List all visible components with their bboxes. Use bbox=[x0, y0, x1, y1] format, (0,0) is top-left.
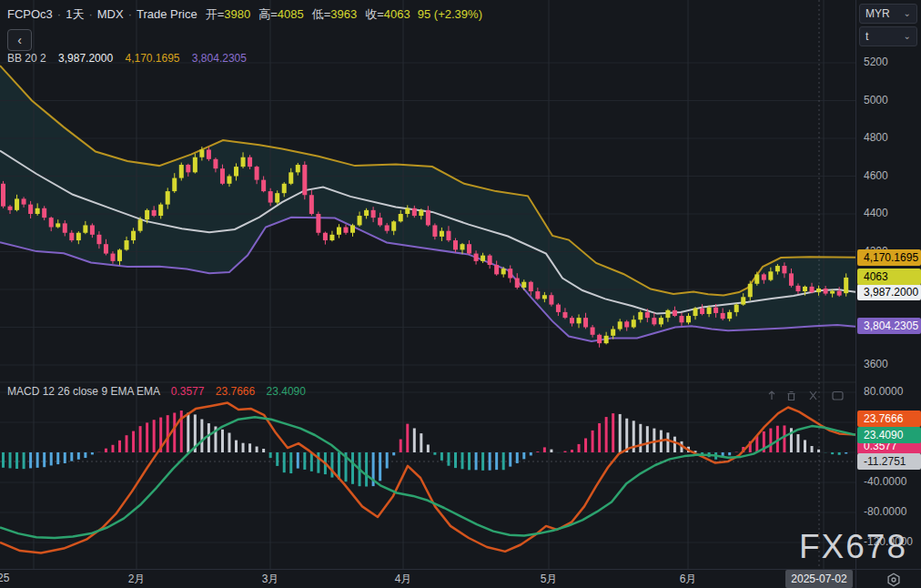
axis-settings-corner[interactable] bbox=[855, 570, 921, 588]
candle-body bbox=[665, 310, 670, 318]
candle-body bbox=[754, 274, 759, 283]
candle-body bbox=[350, 225, 355, 232]
candle-body bbox=[824, 289, 828, 294]
candle-body bbox=[714, 308, 718, 313]
high-value: 4085 bbox=[278, 7, 304, 21]
candle-body bbox=[467, 244, 471, 253]
candle-body bbox=[391, 221, 396, 230]
candle-body bbox=[570, 318, 574, 323]
candle-body bbox=[632, 319, 636, 327]
time-axis[interactable]: 252月3月4月5月6月 2025-07-02 bbox=[0, 569, 921, 588]
price-axis-label: 4,170.1695 bbox=[857, 249, 921, 266]
change-value: 95 (+2.39%) bbox=[418, 7, 482, 21]
back-button[interactable]: ‹ bbox=[7, 29, 32, 51]
delete-pane-icon[interactable] bbox=[788, 392, 795, 400]
candle-body bbox=[700, 309, 704, 314]
currency-dropdown[interactable]: MYR ⌄ bbox=[859, 4, 917, 24]
candle-body bbox=[837, 291, 842, 296]
macd-tick: -80.0000 bbox=[864, 505, 906, 518]
candle-body bbox=[337, 228, 341, 235]
candle-body bbox=[741, 297, 745, 304]
candle-body bbox=[241, 157, 246, 167]
candle-body bbox=[166, 191, 170, 205]
candle-body bbox=[309, 195, 314, 214]
candle-body bbox=[131, 231, 136, 240]
candle-body bbox=[22, 198, 26, 204]
candle-body bbox=[227, 177, 231, 184]
candle-body bbox=[508, 269, 512, 278]
macd-signal-value: 23.4090 bbox=[267, 385, 306, 398]
price-tick: 5000 bbox=[864, 94, 888, 106]
candle-body bbox=[199, 149, 204, 157]
candle-body bbox=[727, 312, 732, 319]
candle-body bbox=[673, 310, 677, 316]
candle-body bbox=[288, 172, 293, 183]
candle-body bbox=[371, 210, 376, 218]
macd-line-value: 23.7666 bbox=[216, 385, 255, 398]
candle-body bbox=[213, 159, 218, 168]
candle-body bbox=[542, 295, 547, 299]
candle-body bbox=[611, 329, 615, 336]
chart-window: FCPOc3·1天·MDX·Trade Price开=3980高=4085低=3… bbox=[0, 0, 921, 588]
interval[interactable]: 1天 bbox=[66, 7, 84, 21]
unit-value: t bbox=[865, 30, 868, 43]
candle-body bbox=[302, 165, 307, 195]
candle-body bbox=[556, 305, 561, 312]
candle-body bbox=[220, 168, 225, 184]
settings-hexagon-icon[interactable] bbox=[886, 572, 902, 588]
price-axis-label: 3,987.2000 bbox=[857, 284, 921, 300]
candle-body bbox=[15, 198, 19, 209]
candle-body bbox=[591, 328, 595, 335]
candle-body bbox=[125, 240, 129, 249]
candle-body bbox=[803, 287, 807, 291]
candle-body bbox=[145, 210, 149, 219]
low-value: 3963 bbox=[330, 7, 357, 21]
chevron-down-icon: ⌄ bbox=[904, 27, 911, 46]
close-value: 4063 bbox=[384, 7, 410, 21]
candle-body bbox=[90, 225, 95, 234]
macd-line[interactable] bbox=[0, 403, 855, 553]
candle-body bbox=[453, 240, 458, 249]
candle-body bbox=[481, 256, 485, 261]
macd-tick: -40.0000 bbox=[864, 475, 906, 488]
candle-body bbox=[501, 269, 506, 274]
candle-body bbox=[549, 295, 553, 304]
candle-body bbox=[810, 287, 815, 292]
bb-upper-value: 4,170.1695 bbox=[125, 52, 179, 65]
candle-body bbox=[515, 279, 520, 288]
candle-body bbox=[618, 321, 622, 329]
macd-status-row[interactable]: MACD 12 26 close 9 EMA EMA 0.3577 23.766… bbox=[7, 385, 306, 398]
maximize-pane-icon[interactable] bbox=[833, 392, 843, 400]
move-pane-up-icon[interactable] bbox=[769, 391, 774, 400]
candle-body bbox=[707, 308, 712, 314]
candle-body bbox=[358, 216, 362, 225]
chart-canvas[interactable] bbox=[0, 0, 855, 569]
price-axis-label: 4063 bbox=[857, 269, 921, 285]
bb-status-row[interactable]: BB 20 2 3,987.2000 4,170.1695 3,804.2305 bbox=[7, 52, 247, 65]
candle-body bbox=[775, 266, 780, 271]
price-tick: 4800 bbox=[864, 131, 888, 144]
time-tick: 4月 bbox=[395, 572, 412, 587]
candle-body bbox=[659, 318, 663, 324]
macd-axis-label: -11.2751 bbox=[857, 453, 921, 470]
candle-body bbox=[521, 282, 526, 288]
candle-body bbox=[282, 184, 287, 193]
candle-body bbox=[529, 282, 533, 291]
candle-body bbox=[412, 208, 417, 216]
watermark: FX678 bbox=[799, 528, 907, 566]
unit-dropdown[interactable]: t ⌄ bbox=[859, 26, 917, 46]
bb-mid-value: 3,987.2000 bbox=[58, 52, 113, 65]
candle-body bbox=[364, 210, 369, 216]
macd-signal-line[interactable] bbox=[0, 417, 855, 538]
candle-body bbox=[474, 254, 479, 261]
price-axis[interactable]: MYR ⌄ t ⌄ 520050004800460044004200400038… bbox=[855, 0, 921, 569]
candle-body bbox=[110, 254, 115, 261]
series-type: Trade Price bbox=[137, 7, 197, 21]
candle-body bbox=[782, 266, 786, 273]
price-tick: 4600 bbox=[864, 169, 888, 182]
candle-body bbox=[186, 165, 190, 172]
candle-body bbox=[138, 219, 143, 230]
price-tick: 5200 bbox=[864, 56, 888, 68]
candle-body bbox=[316, 214, 320, 233]
symbol-name[interactable]: FCPOc3 bbox=[7, 7, 53, 21]
